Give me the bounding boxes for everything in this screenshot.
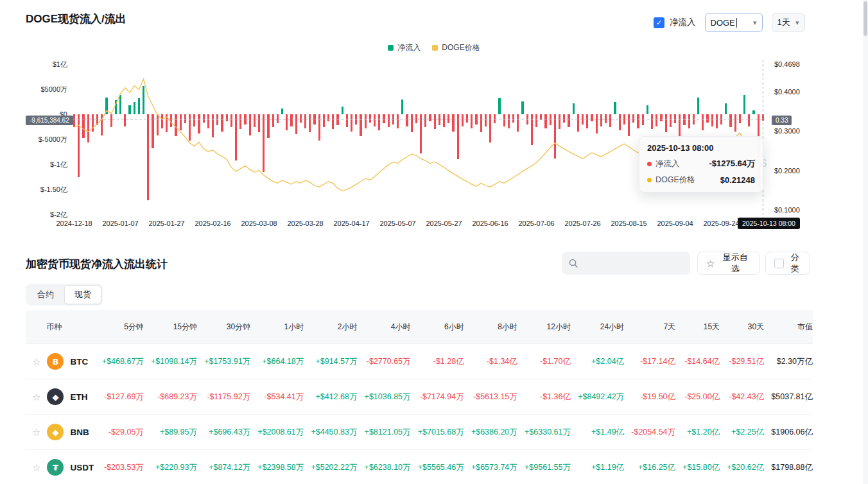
- column-header-0[interactable]: 币种: [26, 310, 95, 344]
- netflow-bar: [143, 86, 144, 114]
- tab-contract[interactable]: 合约: [27, 285, 64, 304]
- netflow-bar: [239, 114, 241, 129]
- search-input[interactable]: [582, 258, 684, 269]
- column-header-14[interactable]: 市值: [764, 310, 813, 344]
- netflow-value-cell: +$8492.42万: [571, 379, 624, 415]
- netflow-bar: [471, 114, 473, 128]
- netflow-bar: [397, 114, 399, 128]
- column-header-7[interactable]: 6小时: [411, 310, 464, 344]
- coin-cell: ☆◆ETH: [26, 379, 95, 415]
- netflow-bar: [203, 114, 205, 123]
- coin-cell: ☆◆BNB: [26, 415, 95, 450]
- column-header-6[interactable]: 4小时: [357, 310, 410, 344]
- column-header-1[interactable]: 5分钟: [95, 310, 144, 344]
- column-header-10[interactable]: 24小时: [571, 310, 624, 344]
- scrollbar-thumb[interactable]: [864, 1, 867, 36]
- netflow-bar: [411, 114, 413, 132]
- symbol-input-value[interactable]: DOGE: [711, 18, 735, 28]
- netflow-value-cell: -$1.28亿: [411, 344, 464, 379]
- netflow-value-cell: +$9561.55万: [517, 450, 571, 484]
- netflow-bar: [128, 105, 130, 114]
- netflow-bar: [82, 114, 84, 138]
- chevron-down-icon[interactable]: ▾: [753, 19, 757, 26]
- column-header-4[interactable]: 1小时: [250, 310, 304, 344]
- netflow-bar: [304, 114, 306, 128]
- show-favorites-button[interactable]: ☆ 显示自选: [697, 252, 760, 275]
- coin-cell: ☆BBTC: [26, 344, 95, 379]
- netflow-checkbox[interactable]: ✓: [654, 17, 664, 28]
- netflow-bar: [628, 114, 630, 136]
- netflow-bar: [596, 114, 598, 134]
- netflow-bar: [193, 114, 195, 126]
- table-row-usdt[interactable]: ☆₮USDT-$203.53万+$220.93万+$874.12万+$2398.…: [26, 450, 813, 484]
- check-icon: ✓: [656, 19, 662, 26]
- chevron-down-icon: ▾: [795, 19, 799, 26]
- netflow-bar: [632, 114, 634, 123]
- coin-symbol: ETH: [70, 392, 87, 402]
- column-header-9[interactable]: 12小时: [517, 310, 571, 344]
- x-axis-label: 2025-05-07: [379, 220, 415, 227]
- search-input-wrapper[interactable]: [562, 252, 690, 275]
- right-axis-label: $0.1000: [774, 206, 800, 214]
- netflow-bar: [466, 114, 468, 123]
- netflow-value-cell: -$5613.15万: [464, 379, 517, 415]
- netflow-bar: [78, 114, 80, 177]
- netflow-bar: [388, 114, 390, 127]
- favorite-star-icon[interactable]: ☆: [32, 392, 40, 402]
- netflow-bar: [365, 114, 367, 128]
- netflow-bar: [401, 99, 403, 114]
- column-header-11[interactable]: 7天: [624, 310, 675, 344]
- column-header-3[interactable]: 30分钟: [197, 310, 250, 344]
- netflow-bar: [503, 114, 505, 126]
- search-icon: [568, 258, 578, 268]
- table-row-bnb[interactable]: ☆◆BNB-$29.05万+$89.95万+$696.43万+$2008.61万…: [26, 415, 813, 450]
- symbol-combobox[interactable]: DOGE ▾: [705, 13, 763, 32]
- netflow-bar: [706, 114, 708, 123]
- column-header-5[interactable]: 2小时: [304, 310, 357, 344]
- netflow-bar: [586, 114, 588, 128]
- crosshair-date-badge: 2025-10-13 08:00: [738, 218, 800, 229]
- tooltip-row-value: -$1275.64万: [709, 158, 755, 169]
- scrollbar-track[interactable]: [863, 0, 868, 484]
- netflow-bar: [429, 114, 431, 121]
- netflow-bar: [267, 114, 269, 138]
- netflow-bar: [642, 114, 644, 125]
- netflow-bar: [535, 114, 537, 127]
- netflow-bar: [198, 114, 200, 134]
- netflow-bar: [443, 114, 445, 127]
- netflow-bar: [568, 114, 569, 127]
- netflow-bar: [124, 114, 126, 126]
- netflow-bar: [309, 114, 311, 132]
- netflow-toggle[interactable]: ✓ 净流入: [654, 17, 696, 28]
- favorite-star-icon[interactable]: ☆: [32, 463, 40, 472]
- column-header-13[interactable]: 30天: [720, 310, 764, 344]
- column-header-12[interactable]: 15天: [675, 310, 720, 344]
- column-header-2[interactable]: 15分钟: [144, 310, 197, 344]
- netflow-bar: [180, 114, 182, 130]
- netflow-bar: [702, 114, 704, 130]
- tooltip-row-value: $0.21248: [720, 175, 755, 185]
- netflow-bar: [739, 114, 741, 123]
- netflow-value-cell: +$664.18万: [250, 344, 304, 379]
- right-axis-label: $0.2000: [774, 167, 800, 175]
- column-header-8[interactable]: 8小时: [464, 310, 517, 344]
- netflow-bar: [336, 114, 338, 125]
- tooltip-rows: 净流入-$1275.64万DOGE价格$0.21248: [647, 158, 755, 186]
- table-row-btc[interactable]: ☆BBTC+$468.67万+$1098.14万+$1753.91万+$664.…: [26, 344, 813, 379]
- flow-chart[interactable]: $1亿$5000万$0$-5000万$-1亿$-1.50亿$-2亿$0.4698…: [0, 35, 868, 236]
- tooltip-row-label: DOGE价格: [655, 175, 695, 186]
- favorite-star-icon[interactable]: ☆: [32, 428, 40, 437]
- netflow-bar: [600, 114, 602, 126]
- netflow-bar: [235, 114, 237, 160]
- table-row-eth[interactable]: ☆◆ETH-$127.69万-$689.23万-$1175.92万-$534.4…: [26, 379, 813, 415]
- period-select[interactable]: 1天 ▾: [772, 13, 805, 32]
- series-dot-icon: [647, 162, 652, 166]
- netflow-bar: [752, 110, 754, 114]
- favorite-star-icon[interactable]: ☆: [32, 357, 40, 367]
- netflow-bar: [189, 114, 191, 141]
- category-button[interactable]: 分类: [765, 252, 810, 275]
- netflow-bar: [498, 98, 500, 114]
- netflow-value-cell: -$127.69万: [95, 379, 144, 415]
- tab-spot[interactable]: 现货: [64, 285, 101, 304]
- category-checkbox[interactable]: [774, 259, 784, 268]
